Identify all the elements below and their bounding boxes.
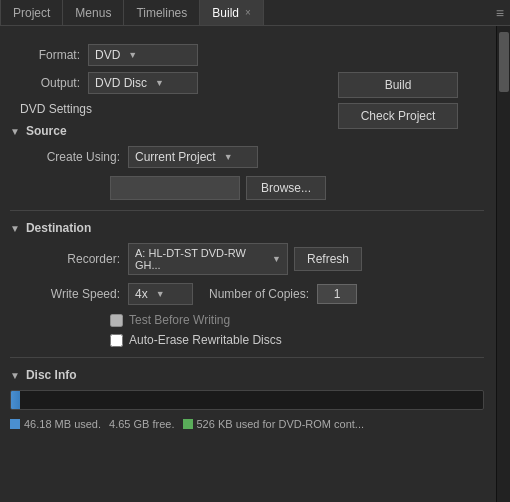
copies-label: Number of Copies: — [209, 287, 309, 301]
panel: Format: DVD ▼ Output: DVD Disc ▼ Build C… — [0, 26, 496, 502]
tab-build-close-icon[interactable]: × — [245, 7, 251, 18]
browse-button[interactable]: Browse... — [246, 176, 326, 200]
top-area: Format: DVD ▼ Output: DVD Disc ▼ Build C… — [10, 36, 484, 94]
source-divider — [10, 210, 484, 211]
tab-build-label: Build — [212, 6, 239, 20]
write-speed-arrow-icon: ▼ — [156, 289, 165, 299]
recorder-arrow-icon: ▼ — [272, 254, 281, 264]
legend-dvdrom: 526 KB used for DVD-ROM cont... — [183, 418, 365, 430]
browse-row: Browse... — [110, 176, 484, 200]
disc-info-section: ▼ Disc Info 46.18 MB used. 4.65 GB free.… — [10, 368, 484, 430]
legend-free-label: 4.65 GB free. — [109, 418, 174, 430]
create-using-dropdown[interactable]: Current Project ▼ — [128, 146, 258, 168]
recorder-dropdown[interactable]: A: HL-DT-ST DVD-RW GH... ▼ — [128, 243, 288, 275]
build-button[interactable]: Build — [338, 72, 458, 98]
dvd-settings-label: DVD Settings — [20, 102, 92, 116]
create-using-label: Create Using: — [30, 150, 120, 164]
browse-input[interactable] — [110, 176, 240, 200]
disc-info-arrow-icon: ▼ — [10, 370, 20, 381]
tab-project[interactable]: Project — [0, 0, 63, 25]
panel-menu-icon[interactable]: ≡ — [496, 5, 504, 21]
main-content: Format: DVD ▼ Output: DVD Disc ▼ Build C… — [0, 26, 510, 502]
auto-erase-label: Auto-Erase Rewritable Discs — [129, 333, 282, 347]
test-before-label: Test Before Writing — [129, 313, 230, 327]
create-using-row: Create Using: Current Project ▼ — [30, 146, 484, 168]
legend-dvdrom-icon — [183, 419, 193, 429]
scrollbar[interactable] — [496, 26, 510, 502]
check-project-button[interactable]: Check Project — [338, 103, 458, 129]
output-arrow-icon: ▼ — [155, 78, 164, 88]
create-using-arrow-icon: ▼ — [224, 152, 233, 162]
tab-build[interactable]: Build × — [200, 0, 264, 25]
write-speed-value: 4x — [135, 287, 148, 301]
write-speed-label: Write Speed: — [30, 287, 120, 301]
create-using-value: Current Project — [135, 150, 216, 164]
legend-used-icon — [10, 419, 20, 429]
recorder-row: Recorder: A: HL-DT-ST DVD-RW GH... ▼ Ref… — [30, 243, 484, 275]
tab-menus[interactable]: Menus — [63, 0, 124, 25]
format-dropdown[interactable]: DVD ▼ — [88, 44, 198, 66]
output-value: DVD Disc — [95, 76, 147, 90]
destination-section-header[interactable]: ▼ Destination — [10, 221, 484, 235]
write-speed-dropdown[interactable]: 4x ▼ — [128, 283, 193, 305]
legend-used: 46.18 MB used. — [10, 418, 101, 430]
auto-erase-row: Auto-Erase Rewritable Discs — [110, 333, 484, 347]
copies-input[interactable] — [317, 284, 357, 304]
destination-divider — [10, 357, 484, 358]
action-buttons: Build Check Project — [338, 72, 458, 129]
refresh-button[interactable]: Refresh — [294, 247, 362, 271]
disc-info-fill — [11, 391, 20, 409]
output-label: Output: — [20, 76, 80, 90]
tab-project-label: Project — [13, 6, 50, 20]
legend-dvdrom-label: 526 KB used for DVD-ROM cont... — [197, 418, 365, 430]
disc-info-section-label: Disc Info — [26, 368, 77, 382]
tab-menus-label: Menus — [75, 6, 111, 20]
tab-timelines[interactable]: Timelines — [124, 0, 200, 25]
format-row: Format: DVD ▼ — [20, 44, 344, 66]
recorder-value: A: HL-DT-ST DVD-RW GH... — [135, 247, 264, 271]
tab-timelines-label: Timelines — [136, 6, 187, 20]
destination-section: ▼ Destination Recorder: A: HL-DT-ST DVD-… — [10, 221, 484, 347]
destination-section-label: Destination — [26, 221, 91, 235]
destination-arrow-icon: ▼ — [10, 223, 20, 234]
auto-erase-checkbox[interactable] — [110, 334, 123, 347]
source-section-label: Source — [26, 124, 67, 138]
legend-used-label: 46.18 MB used. — [24, 418, 101, 430]
disc-info-section-header[interactable]: ▼ Disc Info — [10, 368, 484, 382]
tab-bar: Project Menus Timelines Build × ≡ — [0, 0, 510, 26]
test-before-checkbox[interactable] — [110, 314, 123, 327]
source-section: ▼ Source Create Using: Current Project ▼… — [10, 124, 484, 200]
output-dropdown[interactable]: DVD Disc ▼ — [88, 72, 198, 94]
format-label: Format: — [20, 48, 80, 62]
source-arrow-icon: ▼ — [10, 126, 20, 137]
write-speed-row: Write Speed: 4x ▼ Number of Copies: — [30, 283, 484, 305]
disc-info-legend: 46.18 MB used. 4.65 GB free. 526 KB used… — [10, 418, 484, 430]
output-row: Output: DVD Disc ▼ — [20, 72, 344, 94]
recorder-label: Recorder: — [30, 252, 120, 266]
test-before-row: Test Before Writing — [110, 313, 484, 327]
format-value: DVD — [95, 48, 120, 62]
format-arrow-icon: ▼ — [128, 50, 137, 60]
disc-info-bar — [10, 390, 484, 410]
scrollbar-thumb[interactable] — [499, 32, 509, 92]
